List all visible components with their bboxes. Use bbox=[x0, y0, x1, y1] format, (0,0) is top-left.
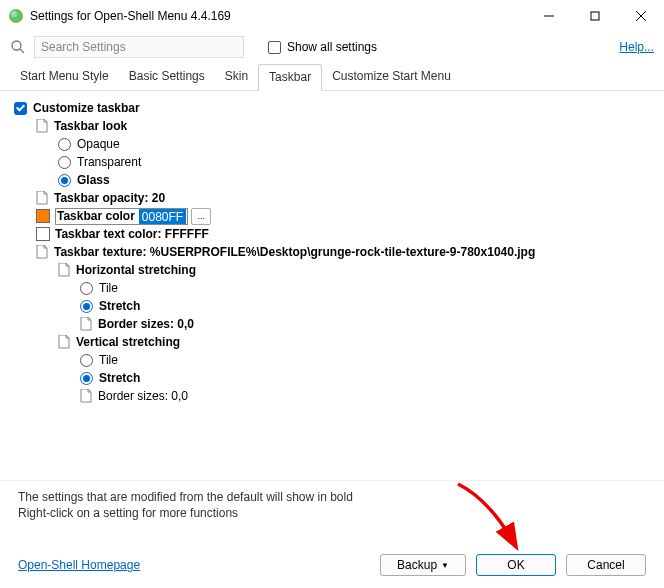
radio-glass[interactable]: Glass bbox=[14, 171, 654, 189]
radio-transparent[interactable]: Transparent bbox=[14, 153, 654, 171]
svg-point-6 bbox=[12, 41, 21, 50]
button-label: OK bbox=[507, 558, 524, 572]
button-label: Cancel bbox=[587, 558, 624, 572]
radio-h-tile[interactable]: Tile bbox=[14, 279, 654, 297]
toolbar: Search Settings Show all settings Help..… bbox=[0, 32, 664, 64]
note-line: The settings that are modified from the … bbox=[18, 489, 646, 505]
chevron-down-icon: ▼ bbox=[441, 561, 449, 570]
app-icon bbox=[8, 8, 24, 24]
show-all-checkbox[interactable]: Show all settings bbox=[268, 40, 377, 54]
cancel-button[interactable]: Cancel bbox=[566, 554, 646, 576]
radio-label: Opaque bbox=[77, 135, 120, 153]
maximize-button[interactable] bbox=[572, 0, 618, 32]
tab-skin[interactable]: Skin bbox=[215, 64, 258, 90]
radio-on-icon bbox=[80, 300, 93, 313]
setting-v-border[interactable]: Border sizes: 0,0 bbox=[14, 387, 654, 405]
backup-button[interactable]: Backup ▼ bbox=[380, 554, 466, 576]
radio-label: Stretch bbox=[99, 297, 140, 315]
radio-h-stretch[interactable]: Stretch bbox=[14, 297, 654, 315]
radio-off-icon bbox=[58, 156, 71, 169]
setting-customize-taskbar[interactable]: Customize taskbar bbox=[14, 99, 654, 117]
setting-h-border[interactable]: Border sizes: 0,0 bbox=[14, 315, 654, 333]
button-label: Backup bbox=[397, 558, 437, 572]
checkbox-icon bbox=[268, 41, 281, 54]
show-all-label: Show all settings bbox=[287, 40, 377, 54]
radio-label: Glass bbox=[77, 171, 110, 189]
note-line: Right-click on a setting for more functi… bbox=[18, 505, 646, 521]
document-icon bbox=[80, 389, 92, 403]
homepage-link[interactable]: Open-Shell Homepage bbox=[18, 558, 140, 572]
setting-label: Horizontal stretching bbox=[76, 261, 196, 279]
svg-rect-3 bbox=[591, 12, 599, 20]
document-icon bbox=[36, 119, 48, 133]
color-swatch bbox=[36, 227, 50, 241]
setting-text-color[interactable]: Taskbar text color: FFFFFF bbox=[14, 225, 654, 243]
search-icon bbox=[10, 39, 26, 55]
setting-vstretch[interactable]: Vertical stretching bbox=[14, 333, 654, 351]
setting-label: Border sizes: 0,0 bbox=[98, 315, 194, 333]
radio-label: Tile bbox=[99, 279, 118, 297]
setting-label: Taskbar text color: FFFFFF bbox=[55, 225, 209, 243]
radio-on-icon bbox=[58, 174, 71, 187]
color-value-input[interactable]: 0080FF bbox=[139, 209, 186, 224]
tab-start-menu-style[interactable]: Start Menu Style bbox=[10, 64, 119, 90]
setting-taskbar-look[interactable]: Taskbar look bbox=[14, 117, 654, 135]
setting-label: Taskbar opacity: 20 bbox=[54, 189, 165, 207]
close-button[interactable] bbox=[618, 0, 664, 32]
setting-texture[interactable]: Taskbar texture: %USERPROFILE%\Desktop\g… bbox=[14, 243, 654, 261]
setting-label: Customize taskbar bbox=[33, 99, 140, 117]
bottom-bar: Open-Shell Homepage Backup ▼ OK Cancel bbox=[0, 554, 664, 576]
document-icon bbox=[36, 245, 48, 259]
radio-off-icon bbox=[80, 282, 93, 295]
radio-off-icon bbox=[58, 138, 71, 151]
radio-v-stretch[interactable]: Stretch bbox=[14, 369, 654, 387]
document-icon bbox=[58, 263, 70, 277]
ok-button[interactable]: OK bbox=[476, 554, 556, 576]
setting-label: Taskbar color bbox=[57, 207, 135, 225]
search-placeholder: Search Settings bbox=[41, 40, 126, 54]
radio-opaque[interactable]: Opaque bbox=[14, 135, 654, 153]
radio-label: Tile bbox=[99, 351, 118, 369]
minimize-button[interactable] bbox=[526, 0, 572, 32]
tab-taskbar[interactable]: Taskbar bbox=[258, 64, 322, 91]
document-icon bbox=[58, 335, 70, 349]
svg-point-1 bbox=[11, 11, 17, 17]
svg-line-7 bbox=[20, 49, 24, 53]
setting-label: Vertical stretching bbox=[76, 333, 180, 351]
settings-panel: Customize taskbar Taskbar look Opaque Tr… bbox=[0, 91, 664, 481]
radio-off-icon bbox=[80, 354, 93, 367]
document-icon bbox=[80, 317, 92, 331]
search-input[interactable]: Search Settings bbox=[34, 36, 244, 58]
window-title: Settings for Open-Shell Menu 4.4.169 bbox=[30, 9, 231, 23]
checkbox-checked-icon bbox=[14, 102, 27, 115]
radio-v-tile[interactable]: Tile bbox=[14, 351, 654, 369]
help-link[interactable]: Help... bbox=[619, 40, 654, 54]
radio-label: Transparent bbox=[77, 153, 141, 171]
setting-opacity[interactable]: Taskbar opacity: 20 bbox=[14, 189, 654, 207]
setting-taskbar-color[interactable]: Taskbar color 0080FF ... bbox=[14, 207, 654, 225]
document-icon bbox=[36, 191, 48, 205]
title-bar: Settings for Open-Shell Menu 4.4.169 bbox=[0, 0, 664, 32]
setting-label: Taskbar look bbox=[54, 117, 127, 135]
tab-bar: Start Menu Style Basic Settings Skin Tas… bbox=[0, 64, 664, 91]
setting-hstretch[interactable]: Horizontal stretching bbox=[14, 261, 654, 279]
tab-customize-start-menu[interactable]: Customize Start Menu bbox=[322, 64, 461, 90]
setting-label: Taskbar texture: %USERPROFILE%\Desktop\g… bbox=[54, 243, 535, 261]
browse-button[interactable]: ... bbox=[191, 208, 211, 225]
setting-label: Border sizes: 0,0 bbox=[98, 387, 188, 405]
tab-basic-settings[interactable]: Basic Settings bbox=[119, 64, 215, 90]
radio-on-icon bbox=[80, 372, 93, 385]
color-swatch bbox=[36, 209, 50, 223]
radio-label: Stretch bbox=[99, 369, 140, 387]
help-notes: The settings that are modified from the … bbox=[0, 481, 664, 529]
